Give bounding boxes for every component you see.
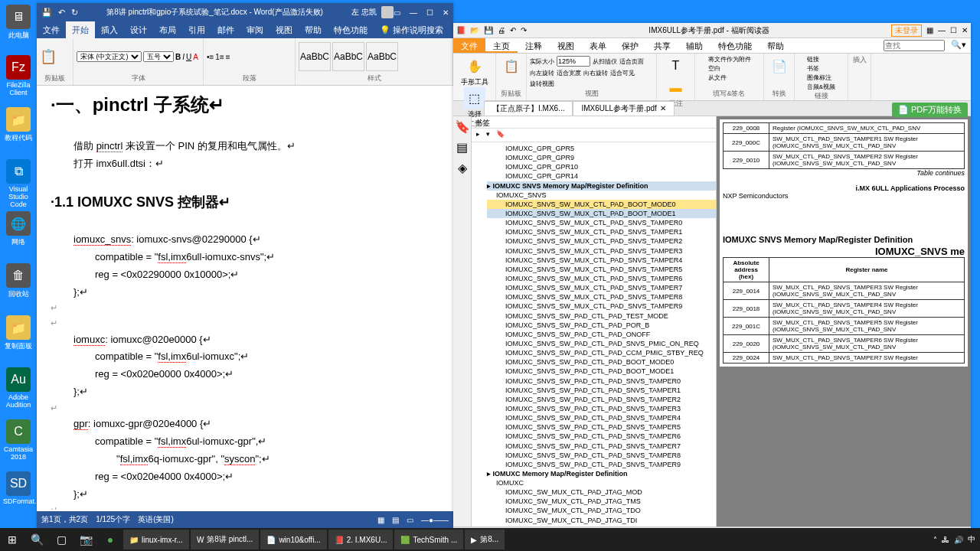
taskbar-item[interactable]: W 第8讲 pinctl... xyxy=(191,530,259,549)
new-bookmark-icon[interactable]: 🔖 xyxy=(496,130,505,140)
desktop-icon[interactable]: 🗑回收站 xyxy=(3,263,34,299)
minimize-icon[interactable]: — xyxy=(938,26,946,34)
language[interactable]: 英语(美国) xyxy=(138,514,174,525)
start-button[interactable]: ⊞ xyxy=(0,528,24,551)
bookmark-item[interactable]: IOMUXC_SNVS_SW_PAD_CTL_PAD_CCM_PMIC_STBY… xyxy=(487,348,716,357)
desktop-icon[interactable]: 🌐网络 xyxy=(3,211,34,247)
menu-help[interactable]: 帮助 xyxy=(299,21,328,38)
taskbar-item[interactable]: 📄 win10&offi... xyxy=(260,530,326,549)
desktop-icon[interactable]: 📁教程代码 xyxy=(3,107,34,143)
menu-design[interactable]: 设计 xyxy=(124,21,153,38)
ribbon-mode-icon[interactable]: ▦ xyxy=(926,26,933,34)
close-icon[interactable]: ✕ xyxy=(962,26,968,34)
bookmark-item[interactable]: IOMUXC_SNVS_SW_MUX_CTL_PAD_SNVS_TAMPER3 xyxy=(487,246,716,256)
style-box-1[interactable]: AaBbC xyxy=(299,42,331,71)
view-print-icon[interactable]: ▦ xyxy=(377,516,384,524)
taskbar-item[interactable]: 📁 linux-imx-r... xyxy=(123,530,189,549)
tray-up-icon[interactable]: ˄ xyxy=(933,536,937,544)
font-color-button[interactable]: A xyxy=(193,53,198,61)
bookmark-item[interactable]: IOMUXC_SW_MUX_CTL_PAD_JTAG_MOD xyxy=(487,487,716,497)
menu-insert[interactable]: 插入 xyxy=(95,21,124,38)
bookmark-item[interactable]: IOMUXC_SNVS_SW_PAD_CTL_PAD_SNVS_TAMPER9 xyxy=(487,460,716,469)
menu-comment[interactable]: 注释 xyxy=(518,38,550,53)
bookmark-item[interactable]: IOMUXC_GPR_GPR14 xyxy=(487,171,716,181)
network-icon[interactable]: 🖧 xyxy=(942,536,949,544)
bookmark-item[interactable]: IOMUXC_SNVS_SW_PAD_CTL_PAD_SNVS_TAMPER1 xyxy=(487,386,716,395)
bookmark-item[interactable]: IOMUXC_SNVS_SW_MUX_CTL_PAD_SNVS_TAMPER2 xyxy=(487,236,716,246)
bookmark-item[interactable]: IOMUXC xyxy=(487,478,716,487)
align-left-button[interactable]: ≡ xyxy=(226,53,230,61)
taskbar-item[interactable]: 📕 2. I.MX6U... xyxy=(328,530,394,549)
search-icon[interactable]: 🔍 xyxy=(24,528,49,551)
bookmarks-tree[interactable]: IOMUXC_GPR_GPR5IOMUXC_GPR_GPR9IOMUXC_GPR… xyxy=(472,142,716,527)
layers-panel-icon[interactable]: ◈ xyxy=(458,161,467,175)
undo-icon[interactable]: ↶ xyxy=(510,26,516,34)
bookmark-item[interactable]: IOMUXC_GPR_GPR10 xyxy=(487,162,716,171)
bookmark-item[interactable]: IOMUXC_SNVS_SW_PAD_CTL_PAD_TEST_MODE xyxy=(487,311,716,321)
bookmark-item[interactable]: IOMUXC_SNVS_SW_MUX_CTL_PAD_SNVS_TAMPER4 xyxy=(487,256,716,265)
bookmark-item[interactable]: IOMUXC_SNVS_SW_MUX_CTL_PAD_BOOT_MODE1 xyxy=(487,209,716,218)
rotate-right-button[interactable]: 向右旋转 xyxy=(583,69,608,77)
bookmark-button[interactable]: 书签 xyxy=(807,64,819,73)
maximize-icon[interactable]: ☐ xyxy=(950,26,957,34)
close-tab-icon[interactable]: ✕ xyxy=(660,104,666,112)
redo-icon[interactable]: ↻ xyxy=(71,8,78,18)
bookmark-item[interactable]: IOMUXC_SNVS_SW_PAD_CTL_PAD_POR_B xyxy=(487,321,716,330)
save-icon[interactable]: 💾 xyxy=(484,26,493,34)
maximize-icon[interactable]: ☐ xyxy=(426,8,433,17)
doc-tab-2[interactable]: IMX6ULL参考手册.pdf ✕ xyxy=(573,101,674,116)
menu-review[interactable]: 审阅 xyxy=(240,21,270,38)
doc-tab-1[interactable]: 【正点原子】I.MX6... xyxy=(484,101,573,116)
bookmark-item[interactable]: IOMUXC_SNVS_SW_PAD_CTL_PAD_BOOT_MODE0 xyxy=(487,357,716,367)
bookmark-item[interactable]: IOMUXC_SNVS_SW_MUX_CTL_PAD_SNVS_TAMPER1 xyxy=(487,227,716,236)
pdf-convert-banner[interactable]: 📄 PDF万能转换 xyxy=(892,103,968,117)
file-attach-button[interactable]: 将文件作为附件 xyxy=(708,55,751,64)
ribbon-options-icon[interactable]: ▭ xyxy=(394,8,400,17)
find-input[interactable] xyxy=(884,40,945,51)
word-count[interactable]: 1/125个字 xyxy=(96,514,130,525)
clipboard-icon[interactable]: 📋 xyxy=(501,55,522,77)
bookmark-item[interactable]: IOMUXC_SNVS xyxy=(487,191,716,200)
menu-features[interactable]: 特色功能 xyxy=(710,38,760,53)
fit-width-button[interactable]: 适合宽度 xyxy=(557,69,581,77)
bullets-button[interactable]: •≡ xyxy=(207,53,214,61)
open-icon[interactable]: 📂 xyxy=(470,26,479,34)
image-annot-button[interactable]: 图像标注 xyxy=(807,73,831,82)
menu-accessibility[interactable]: 辅助 xyxy=(678,38,710,53)
redo-icon[interactable]: ↷ xyxy=(521,26,527,34)
user-avatar-icon[interactable] xyxy=(381,6,394,18)
save-icon[interactable]: 💾 xyxy=(41,8,52,18)
menu-file[interactable]: 文件 xyxy=(453,38,485,53)
fit-visible-button[interactable]: 适合可见 xyxy=(610,69,635,77)
bookmark-item[interactable]: IOMUXC_SNVS_SW_MUX_CTL_PAD_SNVS_TAMPER0 xyxy=(487,218,716,227)
bookmark-item[interactable]: IOMUXC_SNVS_SW_PAD_CTL_PAD_SNVS_PMIC_ON_… xyxy=(487,339,716,348)
bookmark-item[interactable]: IOMUXC_SNVS_SW_PAD_CTL_PAD_BOOT_MODE1 xyxy=(487,367,716,376)
style-box-3[interactable]: AaBbC xyxy=(366,42,398,71)
scanner-button[interactable]: 从扫描仪 xyxy=(593,57,617,66)
bookmark-item[interactable]: ▸ IOMUXC Memory Map/Register Definition xyxy=(487,469,716,478)
paste-button[interactable]: 📋 xyxy=(40,48,57,65)
volume-icon[interactable]: 🔊 xyxy=(954,536,963,544)
bookmark-item[interactable]: IOMUXC_SW_MUX_CTL_PAD_JTAG_TDO xyxy=(487,506,716,515)
desktop-icon[interactable]: FzFileZilla Client xyxy=(3,55,34,96)
bookmark-item[interactable]: IOMUXC_SNVS_SW_PAD_CTL_PAD_SNVS_TAMPER6 xyxy=(487,432,716,441)
actual-size-button[interactable]: 实际大小 xyxy=(530,57,554,66)
menu-layout[interactable]: 布局 xyxy=(153,21,182,38)
zoom-slider[interactable]: —●—— xyxy=(421,516,449,524)
fit-page-button[interactable]: 适合页面 xyxy=(619,57,644,66)
bookmark-item[interactable]: IOMUXC_SNVS_SW_MUX_CTL_PAD_SNVS_TAMPER6 xyxy=(487,274,716,283)
menu-protect[interactable]: 保护 xyxy=(614,38,646,53)
page-count[interactable]: 第1页，共2页 xyxy=(41,514,88,525)
bookmark-item[interactable]: IOMUXC_SNVS_SW_PAD_CTL_PAD_ONOFF xyxy=(487,330,716,339)
user-name[interactable]: 左 忠凯 xyxy=(351,7,377,18)
blank-button[interactable]: 空白 xyxy=(708,64,720,73)
screenshot-icon[interactable]: 📷 xyxy=(74,528,98,551)
bookmark-item[interactable]: IOMUXC_SNVS_SW_PAD_CTL_PAD_SNVS_TAMPER7 xyxy=(487,442,716,451)
login-button[interactable]: 未登录 xyxy=(891,24,922,37)
font-family-select[interactable]: 宋体 (中文正文) xyxy=(77,51,142,62)
bookmark-item[interactable]: IOMUXC_SW_MUX_CTL_PAD_JTAG_TDI xyxy=(487,516,716,525)
desktop-icon[interactable]: 🖥此电脑 xyxy=(3,5,34,41)
bookmark-item[interactable]: IOMUXC_SNVS_SW_MUX_CTL_PAD_SNVS_TAMPER7 xyxy=(487,283,716,292)
hand-tool-icon[interactable]: ✋ xyxy=(464,55,485,77)
bookmark-item[interactable]: IOMUXC_SNVS_SW_PAD_CTL_PAD_SNVS_TAMPER3 xyxy=(487,404,716,413)
